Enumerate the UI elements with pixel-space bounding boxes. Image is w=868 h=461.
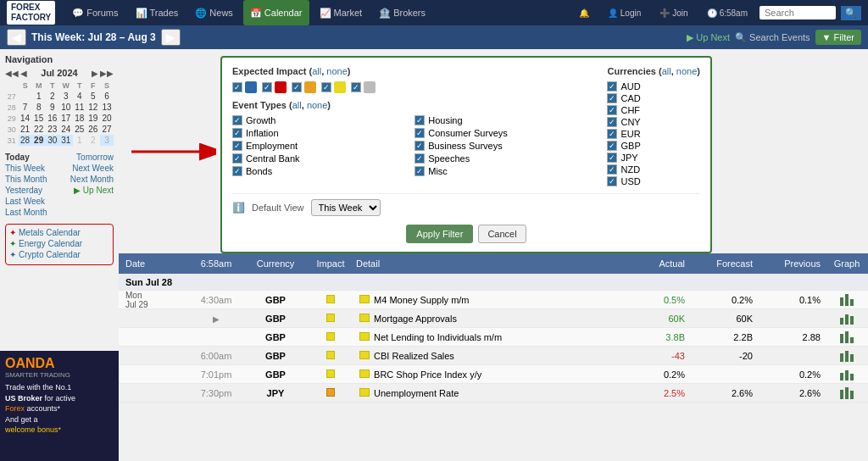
cad-checkbox[interactable] [607, 93, 617, 103]
nav-forums[interactable]: 💬 Forums [65, 0, 125, 25]
calendar-day[interactable]: 24 [59, 124, 73, 135]
currencies-all-link[interactable]: all [662, 66, 671, 76]
impact-orange-checkbox[interactable] [292, 82, 302, 92]
mini-cal-prev[interactable]: ◀◀ [5, 69, 19, 78]
eur-checkbox[interactable] [607, 129, 617, 139]
calendar-day[interactable]: 17 [59, 113, 73, 124]
usd-checkbox[interactable] [607, 176, 617, 186]
calendar-day[interactable]: 25 [73, 124, 86, 135]
event-types-none-link[interactable]: none [307, 100, 327, 110]
calendar-day[interactable]: 19 [86, 113, 100, 124]
event-types-all-link[interactable]: all [292, 100, 302, 110]
calendar-day[interactable]: 3 [59, 91, 73, 102]
calendar-day[interactable]: 10 [59, 102, 73, 113]
inflation-checkbox[interactable] [232, 128, 242, 138]
mini-cal-prev-month[interactable]: ◀ [20, 69, 27, 78]
impact-all-link[interactable]: all [312, 66, 321, 76]
nav-this-week[interactable]: This Week [5, 164, 45, 173]
nav-today[interactable]: Today [5, 153, 30, 162]
impact-red-checkbox[interactable] [262, 82, 272, 92]
search-events-button[interactable]: 🔍 Search Events [735, 32, 810, 43]
calendar-day[interactable]: 21 [19, 124, 32, 135]
bonds-checkbox[interactable] [232, 166, 242, 176]
nav-trades[interactable]: 📊 Trades [129, 0, 186, 25]
calendar-day[interactable]: 13 [100, 102, 114, 113]
apply-filter-button[interactable]: Apply Filter [406, 225, 473, 243]
calendar-day[interactable]: 22 [32, 124, 46, 135]
calendar-day[interactable]: 18 [73, 113, 86, 124]
calendar-day[interactable]: 2 [86, 135, 100, 146]
nav-this-month[interactable]: This Month [5, 175, 47, 184]
calendar-day[interactable]: 5 [86, 91, 100, 102]
calendar-day[interactable]: 23 [46, 124, 59, 135]
nav-yesterday[interactable]: Yesterday [5, 186, 42, 195]
nav-last-week[interactable]: Last Week [5, 197, 45, 206]
calendar-day[interactable]: 1 [73, 135, 86, 146]
aud-checkbox[interactable] [607, 81, 617, 92]
mini-cal-next-month[interactable]: ▶ [92, 69, 98, 78]
employment-checkbox[interactable] [232, 141, 242, 151]
calendar-day[interactable]: 31 [59, 135, 73, 146]
nav-tomorrow[interactable]: Tomorrow [76, 153, 114, 162]
jpy-checkbox[interactable] [607, 153, 617, 163]
impact-blue-checkbox[interactable] [232, 82, 242, 92]
energy-calendar-link[interactable]: ✦ Energy Calendar [9, 239, 109, 248]
consumer-surveys-checkbox[interactable] [415, 128, 425, 138]
cancel-button[interactable]: Cancel [478, 225, 526, 243]
nav-next-month[interactable]: Next Month [70, 175, 114, 184]
housing-checkbox[interactable] [415, 115, 425, 125]
join-button[interactable]: ➕ Join [653, 0, 694, 25]
nav-brokers[interactable]: 🏦 Brokers [372, 0, 432, 25]
calendar-day[interactable]: 28 [19, 135, 32, 146]
misc-checkbox[interactable] [415, 166, 425, 176]
up-next-button[interactable]: ▶ Up Next [687, 32, 730, 43]
calendar-day[interactable]: 14 [19, 113, 32, 124]
next-week-button[interactable]: ▶ [161, 29, 181, 46]
login-button[interactable]: 👤 Login [601, 0, 648, 25]
mini-cal-next[interactable]: ▶▶ [100, 69, 114, 78]
filter-button[interactable]: ▼ Filter [815, 30, 861, 45]
prev-week-button[interactable]: ◀ [7, 29, 26, 46]
calendar-day[interactable]: 29 [32, 135, 46, 146]
nav-next-week[interactable]: Next Week [72, 164, 114, 173]
business-surveys-checkbox[interactable] [415, 141, 425, 151]
calendar-day[interactable]: 7 [19, 102, 32, 113]
impact-gray-checkbox[interactable] [351, 82, 361, 92]
impact-yellow-checkbox[interactable] [321, 82, 331, 92]
metals-calendar-link[interactable]: ✦ Metals Calendar [9, 228, 109, 237]
nav-market[interactable]: 📈 Market [313, 0, 370, 25]
calendar-day[interactable] [19, 91, 32, 102]
calendar-day[interactable]: 11 [73, 102, 86, 113]
calendar-day[interactable]: 30 [46, 135, 59, 146]
calendar-day[interactable]: 16 [46, 113, 59, 124]
search-button[interactable]: 🔍 [841, 6, 861, 20]
cny-checkbox[interactable] [607, 117, 617, 127]
calendar-day[interactable]: 6 [100, 91, 114, 102]
nav-news[interactable]: 🌐 News [188, 0, 240, 25]
calendar-day[interactable]: 8 [32, 102, 46, 113]
calendar-day[interactable]: 15 [32, 113, 46, 124]
central-bank-checkbox[interactable] [232, 153, 242, 164]
calendar-day[interactable]: 26 [86, 124, 100, 135]
calendar-day[interactable]: 1 [32, 91, 46, 102]
calendar-day[interactable]: 2 [46, 91, 59, 102]
calendar-day[interactable]: 3 [100, 135, 114, 146]
search-input[interactable] [760, 6, 836, 19]
nav-up-next[interactable]: ▶ Up Next [74, 186, 114, 195]
speeches-checkbox[interactable] [415, 153, 425, 164]
growth-checkbox[interactable] [232, 115, 242, 125]
nav-last-month[interactable]: Last Month [5, 208, 47, 217]
calendar-day[interactable]: 27 [100, 124, 114, 135]
default-view-select[interactable]: This Week [311, 199, 381, 216]
currencies-none-link[interactable]: none [676, 66, 697, 76]
calendar-day[interactable]: 12 [86, 102, 100, 113]
calendar-day[interactable]: 9 [46, 102, 59, 113]
bell-button[interactable]: 🔔 [572, 0, 596, 25]
ad-banner[interactable]: OANDA SMARTER TRADING Trade with the No.… [0, 351, 119, 461]
nzd-checkbox[interactable] [607, 164, 617, 175]
crypto-calendar-link[interactable]: ✦ Crypto Calendar [9, 250, 109, 259]
calendar-day[interactable]: 20 [100, 113, 114, 124]
nav-calendar[interactable]: 📅 Calendar [243, 0, 309, 25]
chf-checkbox[interactable] [607, 105, 617, 115]
calendar-day[interactable]: 4 [73, 91, 86, 102]
